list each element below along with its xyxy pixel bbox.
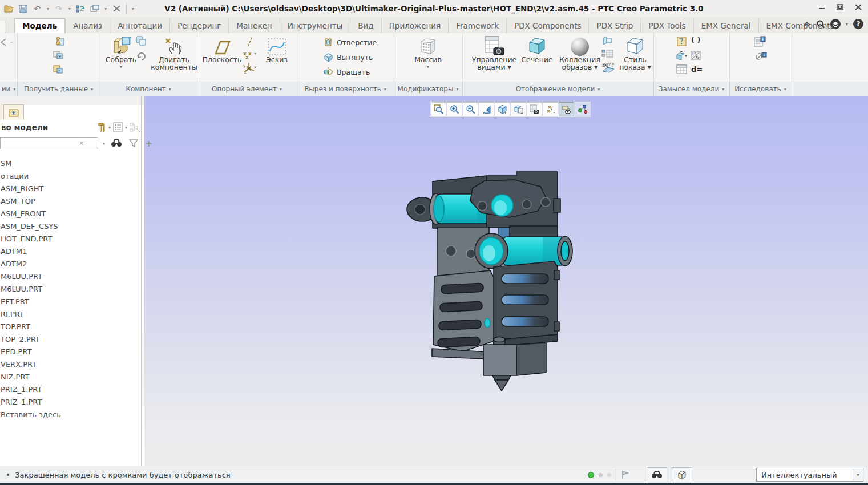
ribbon-tab[interactable]: Рендеринг xyxy=(169,19,228,33)
appearances-button[interactable]: Коллекция образов ▾ xyxy=(556,34,603,71)
tree-item[interactable]: ASM_RIGHT xyxy=(0,183,142,195)
tree-item[interactable]: EFT.PRT xyxy=(0,296,142,308)
assemble-button[interactable]: Собрать ▾ xyxy=(103,34,139,70)
tree-item[interactable]: ASM_DEF_CSYS xyxy=(0,220,142,233)
plane-button[interactable]: Плоскость xyxy=(201,34,243,63)
ribbon-tab[interactable]: Приложения xyxy=(381,19,449,33)
sketch-button[interactable]: Эскиз xyxy=(260,34,294,63)
drag-components-button[interactable]: Двигать компоненты xyxy=(152,34,196,71)
selection-filter-arrow-icon[interactable]: ▾ xyxy=(853,469,863,480)
tree-item[interactable]: RI.PRT xyxy=(0,308,142,321)
redo-icon[interactable]: ↷ xyxy=(53,2,65,15)
redo-dropdown-icon[interactable]: ▾ xyxy=(67,2,72,15)
tree-show-icon[interactable] xyxy=(113,122,123,132)
hole-button[interactable]: Отверстие xyxy=(323,35,377,50)
tree-item[interactable]: отации xyxy=(0,170,142,183)
search-icon[interactable] xyxy=(816,19,825,29)
import-icon[interactable] xyxy=(53,35,65,47)
saved-orientations-button[interactable] xyxy=(511,102,526,116)
ribbon-tab[interactable]: Модель xyxy=(14,18,65,33)
undo-dropdown-icon[interactable]: ▾ xyxy=(45,2,51,15)
ribbon-tab[interactable]: Анализ xyxy=(65,19,110,33)
display-style-toolbar-button[interactable] xyxy=(495,102,510,116)
ribbon-tab[interactable]: Манекен xyxy=(228,19,279,33)
tree-item[interactable]: HOT_END.PRT xyxy=(0,233,142,245)
panel-tab-fragment[interactable] xyxy=(0,104,2,119)
undo-icon[interactable]: ↶ xyxy=(31,2,43,15)
tree-item[interactable]: EED.PRT xyxy=(0,346,142,358)
point-icon[interactable]: x xx xyxy=(243,50,257,59)
group-label-get-data[interactable]: Получить данные▾ xyxy=(17,82,100,96)
annotation-display-button[interactable] xyxy=(559,102,574,116)
group-label-investigate[interactable]: Исследовать▾ xyxy=(729,82,792,96)
group-label-datum[interactable]: Опорный элемент▾ xyxy=(197,82,297,96)
display-style-button[interactable]: Стиль показа ▾ xyxy=(619,34,652,71)
published-geometry-icon[interactable] xyxy=(676,36,688,47)
ribbon-tab[interactable]: PDX Components xyxy=(506,19,589,33)
ribbon-tab[interactable]: Аннотации xyxy=(110,19,169,33)
spin-center-button[interactable] xyxy=(575,102,590,116)
flag-icon[interactable] xyxy=(621,470,629,479)
windows-icon[interactable] xyxy=(88,2,101,15)
relations-icon[interactable]: 15fx xyxy=(690,50,701,61)
tree-item[interactable]: ASM_TOP xyxy=(0,195,142,208)
group-label-modifiers[interactable]: Модификаторы▾ xyxy=(394,82,463,96)
feature-info-icon[interactable]: i xyxy=(753,36,766,47)
component-copy-icon[interactable] xyxy=(135,35,147,46)
group-label-model-intent[interactable]: Замысел модели▾ xyxy=(653,82,730,96)
tree-item[interactable]: PRIZ_1.PRT xyxy=(0,396,142,409)
ribbon-tab[interactable]: PDX Strip xyxy=(588,19,640,33)
ribbon-tab[interactable]: PDX Tools xyxy=(640,19,693,33)
selection-filter-dropdown[interactable]: Интеллектуальный ▾ xyxy=(756,468,863,482)
model-tree-tab[interactable] xyxy=(3,104,24,120)
regen-status-green-dot[interactable] xyxy=(588,472,594,478)
save-icon[interactable] xyxy=(17,2,29,15)
tree-show-dropdown-icon[interactable]: ▾ xyxy=(125,125,127,130)
datum-display-filters-button[interactable] xyxy=(543,102,558,116)
operations-clipped-icon[interactable] xyxy=(0,38,15,47)
csys-display-icon[interactable]: y xz xyxy=(600,61,615,74)
zoom-in-button[interactable] xyxy=(447,102,462,116)
find-binoculars-icon[interactable] xyxy=(111,139,122,147)
graphics-viewport[interactable] xyxy=(144,96,868,466)
ribbon-tab[interactable]: Вид xyxy=(350,19,381,33)
pattern-button[interactable]: Массив ▾ xyxy=(411,34,445,70)
tree-item[interactable]: ADTM2 xyxy=(0,258,142,270)
tags-display-icon[interactable] xyxy=(601,49,614,58)
tree-item[interactable]: VERX.PRT xyxy=(0,358,142,371)
learning-dropdown-icon[interactable]: ▾ xyxy=(846,22,848,27)
group-label-component[interactable]: Компонент▾ xyxy=(100,82,197,96)
ribbon-tab[interactable]: Framework xyxy=(448,19,506,33)
zoom-fit-button[interactable] xyxy=(431,102,446,116)
regenerate-icon[interactable] xyxy=(74,2,87,15)
tree-item[interactable]: TOP_2.PRT xyxy=(0,333,142,346)
open-file-icon[interactable] xyxy=(2,2,15,15)
ribbon-tab[interactable]: Инструменты xyxy=(280,19,350,33)
copy-geometry-icon[interactable] xyxy=(675,50,688,62)
collapse-ribbon-icon[interactable] xyxy=(803,21,811,27)
filter-funnel-icon[interactable] xyxy=(129,139,138,147)
minimize-icon[interactable] xyxy=(815,1,828,13)
search-model-button[interactable] xyxy=(647,467,667,482)
section-button[interactable]: Сечение xyxy=(519,34,555,63)
help-icon[interactable]: ? xyxy=(853,19,863,29)
revolve-button[interactable]: Вращать xyxy=(323,64,370,79)
repaint-button[interactable] xyxy=(479,102,494,116)
windows-dropdown-icon[interactable]: ▾ xyxy=(103,2,108,15)
component-reconnect-icon[interactable] xyxy=(136,50,146,60)
group-label-model-display[interactable]: Отображение модели▾ xyxy=(462,82,654,96)
get-data-box-icon[interactable] xyxy=(53,50,64,60)
tree-item[interactable]: TOP.PRT xyxy=(0,321,142,333)
restore-icon[interactable] xyxy=(834,1,846,13)
learning-connector-icon[interactable] xyxy=(830,19,841,29)
group-label-cut-surface[interactable]: Вырез и поверхность▾ xyxy=(297,82,394,96)
reference-viewer-icon[interactable]: i xyxy=(754,51,767,63)
braces-icon[interactable]: ( ) xyxy=(691,37,700,43)
select-geometry-button[interactable] xyxy=(672,467,692,482)
csys-icon[interactable]: yzx xyxy=(243,62,256,74)
ribbon-tab[interactable]: EMX General xyxy=(693,19,758,33)
tree-item[interactable]: ADTM1 xyxy=(0,245,142,258)
zoom-out-button[interactable] xyxy=(463,102,478,116)
tree-item[interactable]: SM xyxy=(0,157,142,170)
tree-item[interactable]: PRIZ_1.PRT xyxy=(0,383,142,396)
